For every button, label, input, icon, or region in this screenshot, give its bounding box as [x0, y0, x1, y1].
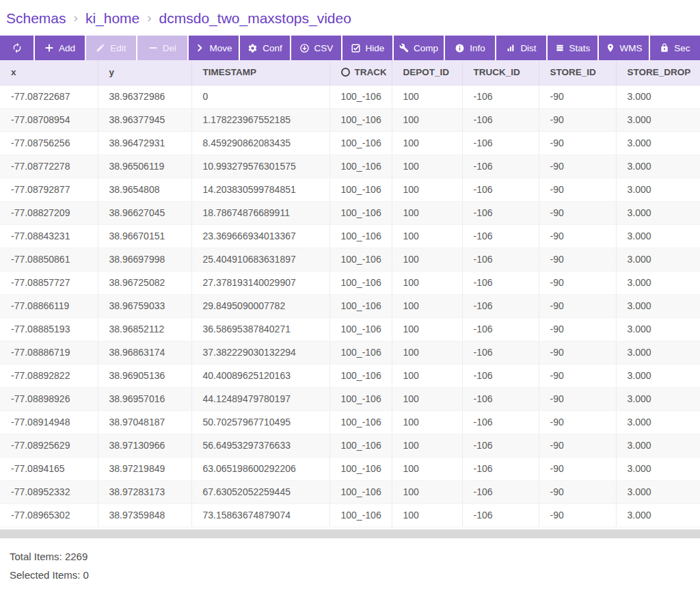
table-row[interactable]: -77.0872268738.963729860100_-106100-106-…: [0, 85, 700, 108]
table-cell: -90: [539, 224, 616, 248]
info-button-label: Info: [470, 43, 485, 53]
table-cell: -77.08866119: [0, 294, 98, 317]
table-cell: 3.000: [616, 108, 700, 131]
table-row[interactable]: -77.0896530238.9735984873.15863674879074…: [0, 503, 700, 527]
table-cell: -106: [462, 178, 539, 201]
move-button[interactable]: Move: [189, 36, 239, 60]
table-cell: 100_-106: [329, 178, 392, 201]
table-row[interactable]: -77.0879287738.965480814.203830599784851…: [0, 178, 700, 201]
column-header-y[interactable]: y: [98, 60, 191, 85]
table-cell: 100: [392, 201, 462, 224]
table-cell: 3.000: [616, 85, 700, 108]
table-cell: -106: [462, 108, 539, 131]
table-cell: -106: [462, 480, 539, 503]
table-cell: 100_-106: [329, 224, 392, 248]
table-row[interactable]: -77.0884323138.9667015123.36966693401336…: [0, 224, 700, 248]
table-cell: 38.96627045: [98, 201, 191, 224]
table-row[interactable]: -77.0892562938.9713096656.64953297376633…: [0, 434, 700, 457]
security-button[interactable]: Sec: [650, 36, 700, 60]
table-cell: -90: [539, 131, 616, 155]
table-cell: 3.000: [616, 201, 700, 224]
table-cell: 38.97130966: [98, 434, 191, 457]
table-row[interactable]: -77.0870895438.963779451.178223967552185…: [0, 108, 700, 131]
table-cell: -90: [539, 503, 616, 527]
table-cell: -90: [539, 317, 616, 341]
refresh-button[interactable]: [0, 36, 33, 60]
table-cell: -90: [539, 480, 616, 503]
table-cell: -90: [539, 387, 616, 410]
minus-icon: [148, 43, 158, 53]
table-cell: 100_-106: [329, 294, 392, 317]
table-cell: -77.08827209: [0, 201, 98, 224]
table-cell: 100_-106: [329, 317, 392, 341]
table-row[interactable]: -77.0889892638.9695701644.12489479780197…: [0, 387, 700, 410]
table-row[interactable]: -77.0885086138.9669799825.40491068363189…: [0, 248, 700, 271]
table-cell: 10.993279576301575: [191, 155, 329, 178]
horizontal-scrollbar[interactable]: [0, 529, 700, 538]
table-cell: 100: [392, 294, 462, 317]
wrench-icon: [399, 43, 409, 53]
table-cell: 100: [392, 364, 462, 387]
table-row[interactable]: -77.0891494838.9704818750.70257967710495…: [0, 410, 700, 434]
table-cell: 38.97219849: [98, 457, 191, 480]
hide-columns-button[interactable]: Hide: [342, 36, 392, 60]
table-cell: -106: [462, 434, 539, 457]
table-row[interactable]: -77.0882720938.9662704518.78674876689911…: [0, 201, 700, 224]
chevron-right-icon: [195, 43, 204, 53]
wms-button[interactable]: WMS: [599, 36, 649, 60]
table-cell: 1.178223967552185: [191, 108, 329, 131]
info-button[interactable]: Info: [445, 36, 495, 60]
table-cell: -106: [462, 271, 539, 294]
table-cell: -90: [539, 294, 616, 317]
table-row[interactable]: -77.0888671938.9686317437.38222903013229…: [0, 341, 700, 364]
table-row[interactable]: -77.0886611938.9675903329.84950900077821…: [0, 294, 700, 317]
table-cell: 38.97283173: [98, 480, 191, 503]
column-header-store-drop[interactable]: STORE_DROP: [616, 60, 700, 85]
data-table: x y TIMESTAMP TRACK... DEPOT_ID TRUCK_ID…: [0, 60, 700, 527]
column-header-depot-id[interactable]: DEPOT_ID: [392, 60, 462, 85]
table-cell: -77.08898926: [0, 387, 98, 410]
table-cell: 3.000: [616, 434, 700, 457]
wms-button-label: WMS: [620, 43, 643, 53]
table-cell: 100: [392, 108, 462, 131]
table-cell: 100: [392, 155, 462, 178]
table-cell: 100_-106: [329, 457, 392, 480]
table-cell: 100_-106: [329, 201, 392, 224]
table-row[interactable]: -77.0889282238.9690513640.40089625120163…: [0, 364, 700, 387]
stats-button[interactable]: Stats: [548, 36, 597, 60]
table-row[interactable]: -77.0875625638.964729318.459290862083435…: [0, 131, 700, 155]
table-cell: 3.000: [616, 341, 700, 364]
breadcrumb-schemas[interactable]: Schemas: [6, 10, 66, 27]
column-header-trackid[interactable]: TRACK...: [329, 60, 392, 85]
column-header-timestamp[interactable]: TIMESTAMP: [191, 60, 329, 85]
column-header-truck-id[interactable]: TRUCK_ID: [462, 60, 539, 85]
table-cell: 44.12489479780197: [191, 387, 329, 410]
config-button[interactable]: Conf: [240, 36, 290, 60]
table-cell: 0: [191, 85, 329, 108]
add-button[interactable]: Add: [35, 36, 85, 60]
table-cell: -77.08965302: [0, 503, 98, 527]
compression-button[interactable]: Comp: [394, 36, 444, 60]
table-cell: 38.97048187: [98, 410, 191, 434]
table-cell: 100: [392, 387, 462, 410]
table-row[interactable]: -77.0885772738.9672508227.37819314002990…: [0, 271, 700, 294]
table-cell: 3.000: [616, 131, 700, 155]
table-cell: -77.08925629: [0, 434, 98, 457]
csv-export-button[interactable]: CSV: [291, 36, 341, 60]
table-row[interactable]: -77.0895233238.9728317367.63052052259445…: [0, 480, 700, 503]
table-cell: 38.96725082: [98, 271, 191, 294]
breadcrumb-schema-name[interactable]: ki_home: [85, 10, 139, 27]
table-row[interactable]: -77.0877227838.9650611910.99327957630157…: [0, 155, 700, 178]
location-pin-icon: [606, 43, 615, 53]
table-cell: 37.382229030132294: [191, 341, 329, 364]
breadcrumb-table-name[interactable]: dcmsdo_two_maxstops_video: [159, 10, 351, 27]
column-header-store-id[interactable]: STORE_ID: [539, 60, 616, 85]
column-header-x[interactable]: x: [0, 60, 98, 85]
hide-button-label: Hide: [366, 43, 385, 53]
table-cell: 40.40089625120163: [191, 364, 329, 387]
table-cell: 100: [392, 178, 462, 201]
distribution-button[interactable]: Dist: [496, 36, 546, 60]
table-row[interactable]: -77.0888519338.9685211236.58695387840271…: [0, 317, 700, 341]
table-row[interactable]: -77.089416538.9721984963.065198600292206…: [0, 457, 700, 480]
table-cell: 100: [392, 410, 462, 434]
